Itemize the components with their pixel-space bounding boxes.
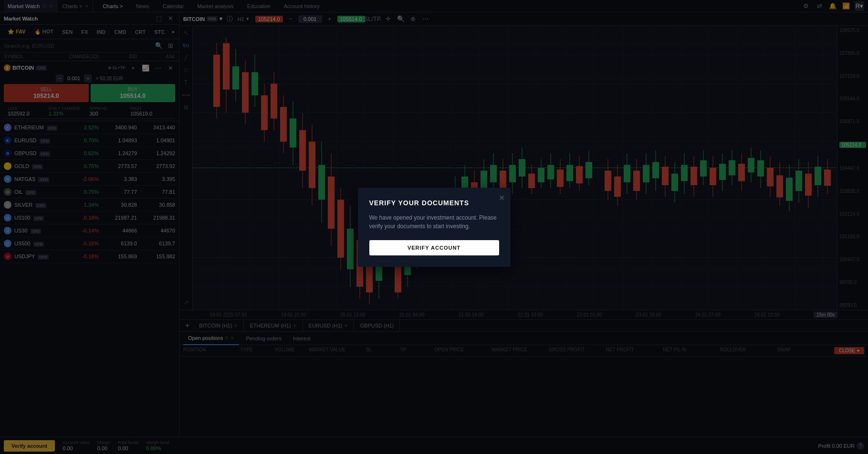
modal-verify-button[interactable]: VERIFY ACCOUNT — [369, 240, 499, 255]
modal-close-button[interactable]: ✕ — [499, 193, 505, 202]
modal-title: VERIFY YOUR DOCUMENTS — [369, 199, 499, 207]
modal-description: We have opened your investment account. … — [369, 213, 499, 231]
modal-dialog: ✕ VERIFY YOUR DOCUMENTS We have opened y… — [358, 188, 511, 267]
modal-overlay[interactable]: ✕ VERIFY YOUR DOCUMENTS We have opened y… — [0, 0, 868, 454]
